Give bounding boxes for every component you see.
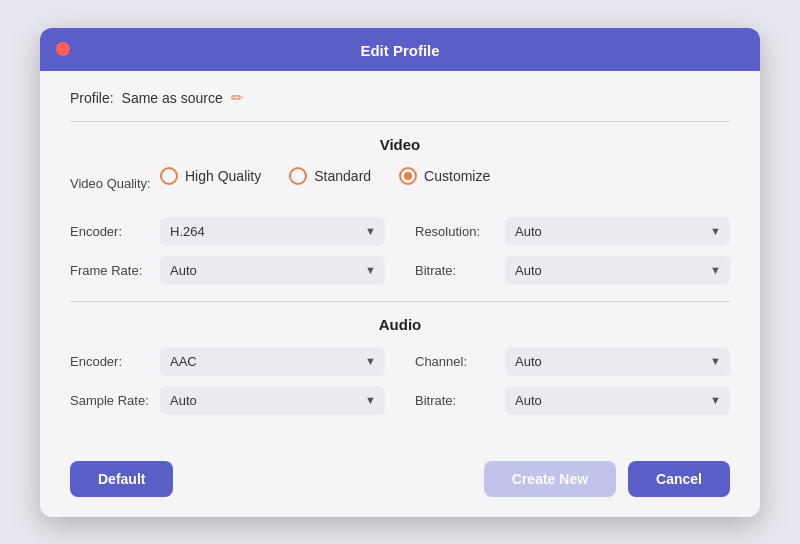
- radio-label-standard: Standard: [314, 168, 371, 184]
- window-title: Edit Profile: [360, 42, 439, 59]
- audio-encoder-field: Encoder: AAC MP3 AC3 ▼: [70, 347, 385, 376]
- resolution-select[interactable]: Auto 1080p 720p: [505, 217, 730, 246]
- framerate-field: Frame Rate: Auto 24 30 60 ▼: [70, 256, 385, 285]
- samplerate-select[interactable]: Auto 44100 48000: [160, 386, 385, 415]
- channel-field: Channel: Auto Mono Stereo ▼: [415, 347, 730, 376]
- edit-profile-window: Edit Profile Profile: Same as source ✏ V…: [40, 28, 760, 517]
- resolution-field: Resolution: Auto 1080p 720p ▼: [415, 217, 730, 246]
- video-quality-group: High Quality Standard Customize: [160, 167, 490, 185]
- samplerate-field: Sample Rate: Auto 44100 48000 ▼: [70, 386, 385, 415]
- video-divider: [70, 121, 730, 122]
- radio-label-customize: Customize: [424, 168, 490, 184]
- video-bitrate-select-wrapper: Auto 1Mbps 2Mbps ▼: [505, 256, 730, 285]
- audio-encoder-select-wrapper: AAC MP3 AC3 ▼: [160, 347, 385, 376]
- profile-value: Same as source: [122, 90, 223, 106]
- video-fields-grid: Encoder: H.264 H.265 MPEG-4 ▼ Resolution…: [70, 217, 730, 285]
- radio-circle-high: [160, 167, 178, 185]
- create-new-button[interactable]: Create New: [484, 461, 616, 497]
- profile-label: Profile:: [70, 90, 114, 106]
- content-area: Profile: Same as source ✏ Video Video Qu…: [40, 71, 760, 443]
- cancel-button[interactable]: Cancel: [628, 461, 730, 497]
- audio-encoder-select[interactable]: AAC MP3 AC3: [160, 347, 385, 376]
- radio-circle-customize: [399, 167, 417, 185]
- channel-select[interactable]: Auto Mono Stereo: [505, 347, 730, 376]
- audio-bitrate-label: Bitrate:: [415, 393, 495, 408]
- titlebar: Edit Profile: [40, 28, 760, 71]
- samplerate-select-wrapper: Auto 44100 48000 ▼: [160, 386, 385, 415]
- radio-label-high: High Quality: [185, 168, 261, 184]
- radio-customize[interactable]: Customize: [399, 167, 490, 185]
- audio-encoder-label: Encoder:: [70, 354, 150, 369]
- audio-section-title: Audio: [70, 316, 730, 333]
- audio-bitrate-field: Bitrate: Auto 128kbps 256kbps ▼: [415, 386, 730, 415]
- audio-bitrate-select[interactable]: Auto 128kbps 256kbps: [505, 386, 730, 415]
- channel-label: Channel:: [415, 354, 495, 369]
- video-quality-row: Video Quality: High Quality Standard Cus…: [70, 167, 730, 201]
- footer: Default Create New Cancel: [40, 447, 760, 517]
- video-bitrate-field: Bitrate: Auto 1Mbps 2Mbps ▼: [415, 256, 730, 285]
- encoder-select-wrapper: H.264 H.265 MPEG-4 ▼: [160, 217, 385, 246]
- video-bitrate-select[interactable]: Auto 1Mbps 2Mbps: [505, 256, 730, 285]
- video-section-title: Video: [70, 136, 730, 153]
- encoder-field: Encoder: H.264 H.265 MPEG-4 ▼: [70, 217, 385, 246]
- radio-circle-standard: [289, 167, 307, 185]
- resolution-select-wrapper: Auto 1080p 720p ▼: [505, 217, 730, 246]
- framerate-label: Frame Rate:: [70, 263, 150, 278]
- radio-high-quality[interactable]: High Quality: [160, 167, 261, 185]
- framerate-select[interactable]: Auto 24 30 60: [160, 256, 385, 285]
- encoder-select[interactable]: H.264 H.265 MPEG-4: [160, 217, 385, 246]
- radio-standard[interactable]: Standard: [289, 167, 371, 185]
- video-quality-label: Video Quality:: [70, 176, 160, 191]
- encoder-label: Encoder:: [70, 224, 150, 239]
- default-button[interactable]: Default: [70, 461, 173, 497]
- resolution-label: Resolution:: [415, 224, 495, 239]
- profile-row: Profile: Same as source ✏: [70, 89, 730, 107]
- video-bitrate-label: Bitrate:: [415, 263, 495, 278]
- edit-profile-icon[interactable]: ✏: [231, 89, 244, 107]
- footer-right-buttons: Create New Cancel: [484, 461, 730, 497]
- audio-bitrate-select-wrapper: Auto 128kbps 256kbps ▼: [505, 386, 730, 415]
- audio-divider: [70, 301, 730, 302]
- samplerate-label: Sample Rate:: [70, 393, 150, 408]
- framerate-select-wrapper: Auto 24 30 60 ▼: [160, 256, 385, 285]
- audio-fields-grid: Encoder: AAC MP3 AC3 ▼ Channel: Auto Mon…: [70, 347, 730, 415]
- close-button[interactable]: [56, 42, 70, 56]
- channel-select-wrapper: Auto Mono Stereo ▼: [505, 347, 730, 376]
